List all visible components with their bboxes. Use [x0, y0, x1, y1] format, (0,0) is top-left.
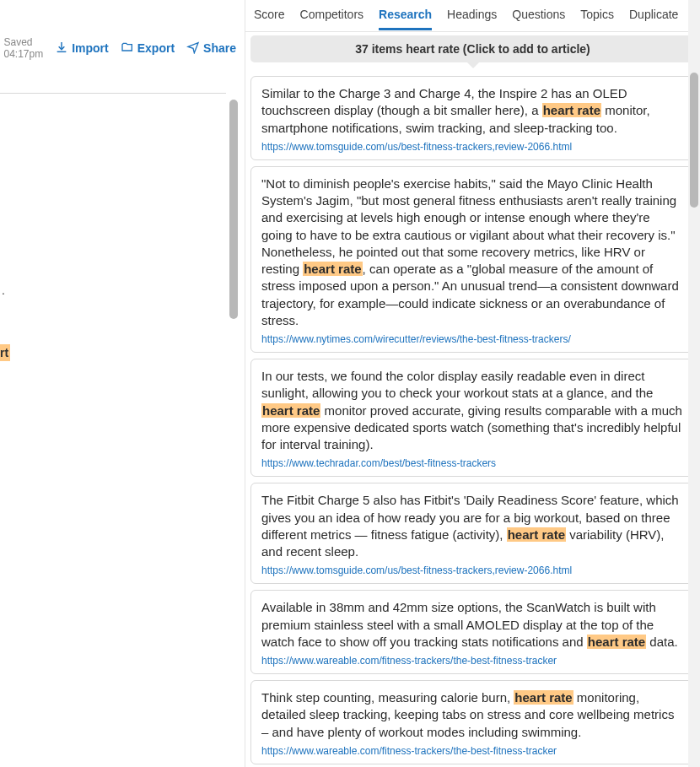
- right-scrollbar-thumb[interactable]: [690, 73, 698, 208]
- download-icon: [55, 41, 68, 57]
- research-banner[interactable]: 37 items heart rate (Click to add to art…: [250, 35, 695, 62]
- research-snippet: "Not to diminish people's exercise habit…: [261, 176, 684, 329]
- divider: [0, 93, 226, 94]
- research-snippet: Think step counting, measuring calorie b…: [261, 689, 684, 741]
- left-editor-pane: Saved 04:17pm Import Export Share . rt: [0, 0, 245, 767]
- send-icon: [186, 41, 200, 57]
- share-label: Share: [203, 41, 236, 55]
- import-label: Import: [72, 41, 109, 55]
- tab-questions[interactable]: Questions: [512, 8, 565, 28]
- research-card[interactable]: Available in 38mm and 42mm size options,…: [250, 590, 695, 674]
- research-source-url[interactable]: https://www.wareable.com/fitness-tracker…: [261, 745, 684, 757]
- editor-highlight-fragment: rt: [0, 344, 10, 361]
- research-source-url[interactable]: https://www.wareable.com/fitness-tracker…: [261, 655, 684, 667]
- editor-toolbar: Saved 04:17pm Import Export Share: [0, 36, 245, 60]
- research-source-url[interactable]: https://www.tomsguide.com/us/best-fitnes…: [261, 141, 684, 153]
- left-scrollbar-thumb[interactable]: [229, 100, 238, 319]
- tab-headings[interactable]: Headings: [447, 8, 497, 28]
- research-snippet: Available in 38mm and 42mm size options,…: [261, 599, 684, 651]
- tab-topics[interactable]: Topics: [580, 8, 614, 28]
- research-source-url[interactable]: https://www.techradar.com/best/best-fitn…: [261, 457, 684, 469]
- research-source-url[interactable]: https://www.tomsguide.com/us/best-fitnes…: [261, 564, 684, 576]
- research-card[interactable]: In our tests, we found the color display…: [250, 359, 695, 477]
- tab-score[interactable]: Score: [254, 8, 285, 28]
- share-button[interactable]: Share: [186, 41, 236, 57]
- tab-competitors[interactable]: Competitors: [300, 8, 363, 28]
- research-snippet: The Fitbit Charge 5 also has Fitbit's 'D…: [261, 492, 684, 560]
- highlight-term: heart rate: [514, 690, 573, 705]
- research-snippet: In our tests, we found the color display…: [261, 368, 684, 453]
- export-button[interactable]: Export: [121, 41, 175, 57]
- research-panel: ScoreCompetitorsResearchHeadingsQuestion…: [245, 0, 700, 767]
- export-label: Export: [137, 41, 175, 55]
- highlight-term: heart rate: [507, 527, 566, 542]
- research-snippet: Similar to the Charge 3 and Charge 4, th…: [261, 85, 684, 137]
- editor-text-fragment: .: [2, 284, 5, 297]
- highlight-term: heart rate: [587, 635, 646, 649]
- research-results[interactable]: Similar to the Charge 3 and Charge 4, th…: [245, 73, 700, 767]
- research-card[interactable]: "Not to diminish people's exercise habit…: [250, 166, 695, 353]
- folder-icon: [121, 41, 134, 57]
- highlight-term: heart rate: [542, 103, 601, 117]
- import-button[interactable]: Import: [55, 41, 109, 57]
- highlight-term: heart rate: [303, 262, 362, 276]
- research-card[interactable]: Think step counting, measuring calorie b…: [250, 680, 695, 764]
- tab-research[interactable]: Research: [379, 8, 432, 30]
- highlight-term: heart rate: [261, 403, 320, 418]
- panel-tabs: ScoreCompetitorsResearchHeadingsQuestion…: [245, 0, 700, 32]
- research-card[interactable]: Similar to the Charge 3 and Charge 4, th…: [250, 76, 695, 160]
- tab-duplicate[interactable]: Duplicate: [629, 8, 678, 28]
- research-source-url[interactable]: https://www.nytimes.com/wirecutter/revie…: [261, 333, 684, 345]
- saved-timestamp: Saved 04:17pm: [3, 36, 43, 60]
- research-card[interactable]: The Fitbit Charge 5 also has Fitbit's 'D…: [250, 483, 695, 584]
